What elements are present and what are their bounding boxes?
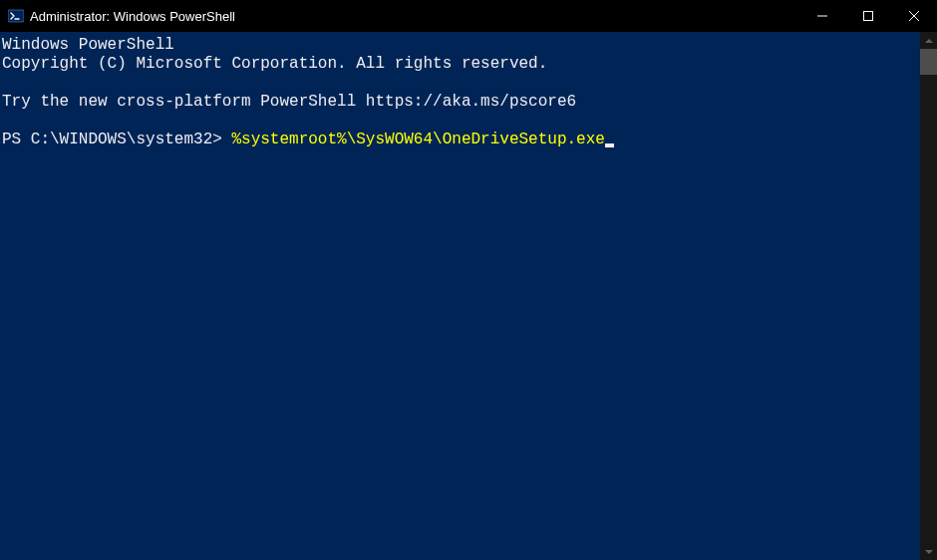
minimize-button[interactable] bbox=[799, 0, 845, 32]
prompt-text: PS C:\WINDOWS\system32> bbox=[2, 131, 231, 148]
cursor-icon bbox=[605, 143, 614, 147]
svg-rect-3 bbox=[864, 12, 873, 21]
window-title: Administrator: Windows PowerShell bbox=[30, 9, 799, 24]
scroll-up-arrow-icon[interactable] bbox=[920, 32, 937, 49]
svg-rect-0 bbox=[8, 10, 24, 22]
vertical-scrollbar[interactable] bbox=[920, 32, 937, 560]
scrollbar-track[interactable] bbox=[920, 49, 937, 543]
scroll-down-arrow-icon[interactable] bbox=[920, 543, 937, 560]
prompt-line: PS C:\WINDOWS\system32> %systemroot%\Sys… bbox=[2, 131, 614, 148]
close-button[interactable] bbox=[891, 0, 937, 32]
command-input[interactable]: %systemroot%\SysWOW64\OneDriveSetup.exe bbox=[231, 131, 604, 148]
maximize-button[interactable] bbox=[845, 0, 891, 32]
powershell-icon bbox=[8, 8, 24, 24]
banner-line: Windows PowerShell bbox=[2, 36, 174, 54]
powershell-window: Administrator: Windows PowerShell Win bbox=[0, 0, 937, 560]
banner-line: Copyright (C) Microsoft Corporation. All… bbox=[2, 55, 547, 73]
terminal-area: Windows PowerShell Copyright (C) Microso… bbox=[0, 32, 937, 560]
titlebar[interactable]: Administrator: Windows PowerShell bbox=[0, 0, 937, 32]
scrollbar-thumb[interactable] bbox=[920, 49, 937, 75]
banner-line: Try the new cross-platform PowerShell ht… bbox=[2, 93, 576, 111]
terminal-content[interactable]: Windows PowerShell Copyright (C) Microso… bbox=[0, 32, 920, 560]
window-controls bbox=[799, 0, 937, 32]
